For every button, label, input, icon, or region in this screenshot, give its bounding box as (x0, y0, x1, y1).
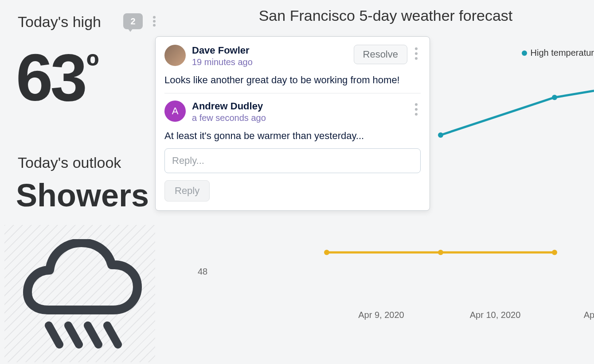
x-tick-apr-11: Apr 11, 2020 (574, 310, 594, 320)
avatar-initial: A (172, 105, 179, 117)
comment-body: Looks like another great day to be worki… (164, 71, 421, 87)
resolve-button[interactable]: Resolve (354, 45, 407, 64)
svg-line-3 (107, 325, 118, 345)
avatar[interactable]: A (164, 101, 186, 122)
comment-popover: Dave Fowler 19 minutes ago Resolve Looks… (155, 36, 430, 211)
reply-button[interactable]: Reply (164, 180, 210, 201)
svg-point-4 (324, 250, 329, 255)
y-tick-48: 48 (198, 267, 207, 277)
legend-dot-icon (522, 50, 527, 56)
svg-line-2 (88, 325, 98, 345)
comment-author: Andrew Dudley (192, 101, 266, 112)
svg-line-0 (49, 325, 59, 345)
temp-number: 63 (16, 40, 85, 115)
todays-outlook-value: Showers (16, 177, 149, 213)
svg-point-7 (438, 132, 443, 138)
svg-point-5 (438, 250, 443, 255)
degree-symbol: º (86, 46, 97, 85)
comment-count-value: 2 (130, 16, 135, 27)
x-tick-apr-9: Apr 9, 2020 (346, 310, 417, 320)
todays-high-value: 63º (16, 44, 94, 111)
legend-high-label: High temperatur (531, 48, 594, 58)
x-tick-apr-10: Apr 10, 2020 (460, 310, 531, 320)
svg-line-1 (68, 325, 79, 345)
comment-menu-button[interactable] (412, 101, 421, 118)
comment-body: At least it's gonna be warmer than yeste… (164, 127, 421, 143)
svg-point-6 (552, 250, 557, 255)
showers-icon (22, 239, 142, 354)
comment-author: Dave Fowler (192, 45, 253, 56)
todays-high-label: Today's high (18, 13, 101, 31)
comment-menu-button[interactable] (412, 45, 421, 62)
comment-item: A Andrew Dudley a few seconds ago At lea… (164, 93, 421, 149)
todays-outlook-label: Today's outlook (18, 154, 121, 171)
comment-count-badge[interactable]: 2 (123, 13, 143, 29)
reply-input[interactable] (164, 148, 421, 173)
comment-timestamp: 19 minutes ago (192, 57, 253, 67)
chart-title: San Francisco 5-day weather forecast (186, 7, 585, 24)
svg-point-8 (552, 95, 557, 100)
comment-timestamp: a few seconds ago (192, 113, 266, 123)
card-menu-button[interactable] (150, 14, 159, 28)
comment-item: Dave Fowler 19 minutes ago Resolve Looks… (164, 45, 421, 93)
legend-high-temp[interactable]: High temperatur (522, 48, 594, 58)
avatar[interactable] (164, 45, 186, 66)
left-panel: Today's high 2 63º Today's outlook Showe… (0, 0, 160, 364)
